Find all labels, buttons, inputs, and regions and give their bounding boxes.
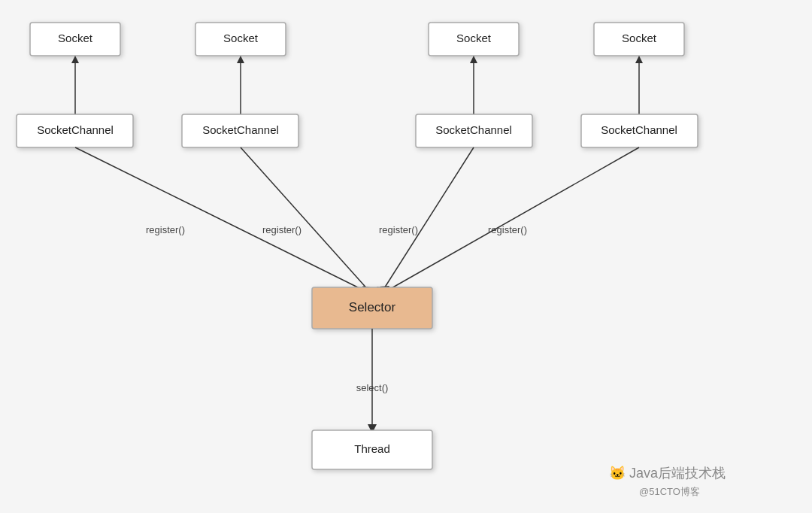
- diagram-container: Socket Socket Socket Socket SocketChanne…: [0, 0, 812, 513]
- svg-marker-3: [237, 56, 244, 63]
- svg-marker-5: [470, 56, 477, 63]
- thread-label: Thread: [354, 442, 390, 455]
- socket4-label: Socket: [622, 32, 657, 44]
- sc2-label: SocketChannel: [202, 123, 279, 136]
- sc1-label: SocketChannel: [37, 123, 114, 136]
- svg-line-14: [385, 147, 639, 292]
- socket3-label: Socket: [456, 32, 492, 44]
- register1-label: register(): [146, 224, 185, 235]
- socket1-label: Socket: [58, 32, 93, 44]
- selector-label: Selector: [349, 300, 396, 314]
- socket2-label: Socket: [223, 32, 259, 44]
- svg-line-8: [75, 147, 367, 292]
- svg-marker-1: [71, 56, 79, 63]
- svg-line-10: [241, 147, 370, 292]
- register2-label: register(): [262, 224, 301, 235]
- watermark-sub: @51CTO博客: [639, 486, 700, 497]
- svg-line-12: [382, 147, 474, 292]
- sc4-label: SocketChannel: [601, 123, 677, 136]
- sc3-label: SocketChannel: [435, 123, 512, 136]
- register3-label: register(): [379, 224, 418, 235]
- svg-marker-7: [635, 56, 643, 63]
- watermark-icon: 🐱 Java后端技术栈: [609, 465, 726, 481]
